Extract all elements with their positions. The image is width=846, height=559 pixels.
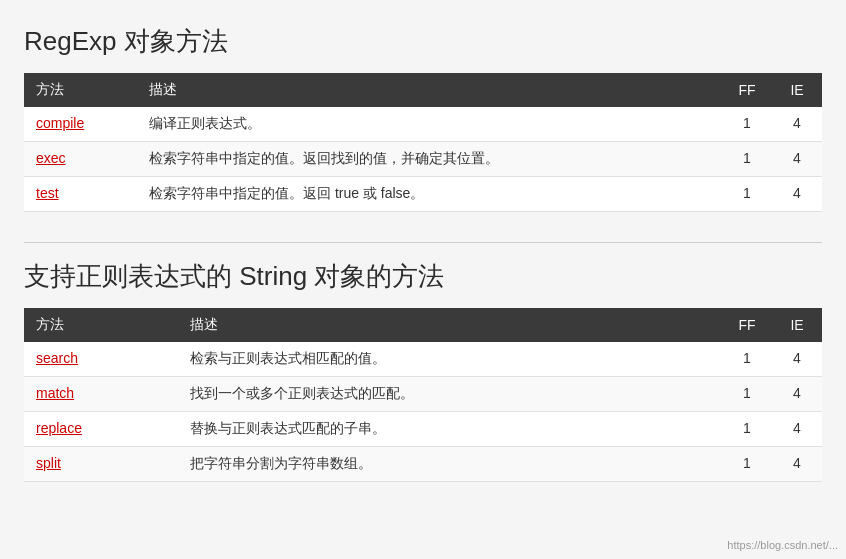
ff-cell: 1 xyxy=(722,107,772,142)
method-cell[interactable]: match xyxy=(24,377,178,412)
regexp-methods-table: 方法 描述 FF IE compile 编译正则表达式。 1 4 exec 检索… xyxy=(24,73,822,212)
table-row: split 把字符串分割为字符串数组。 1 4 xyxy=(24,447,822,482)
col2-method-header: 方法 xyxy=(24,308,178,342)
ff-cell: 1 xyxy=(722,177,772,212)
description-cell: 把字符串分割为字符串数组。 xyxy=(178,447,723,482)
table-row: test 检索字符串中指定的值。返回 true 或 false。 1 4 xyxy=(24,177,822,212)
method-link[interactable]: replace xyxy=(36,420,82,436)
ff-cell: 1 xyxy=(722,447,772,482)
ie-cell: 4 xyxy=(772,447,822,482)
ie-cell: 4 xyxy=(772,142,822,177)
description-cell: 找到一个或多个正则表达式的匹配。 xyxy=(178,377,723,412)
table2-body: search 检索与正则表达式相匹配的值。 1 4 match 找到一个或多个正… xyxy=(24,342,822,482)
table-row: compile 编译正则表达式。 1 4 xyxy=(24,107,822,142)
table-row: replace 替换与正则表达式匹配的子串。 1 4 xyxy=(24,412,822,447)
ff-cell: 1 xyxy=(722,342,772,377)
col2-description-header: 描述 xyxy=(178,308,723,342)
ff-cell: 1 xyxy=(722,412,772,447)
col-ff-header: FF xyxy=(722,73,772,107)
ie-cell: 4 xyxy=(772,377,822,412)
col2-ff-header: FF xyxy=(722,308,772,342)
description-cell: 替换与正则表达式匹配的子串。 xyxy=(178,412,723,447)
table1-body: compile 编译正则表达式。 1 4 exec 检索字符串中指定的值。返回找… xyxy=(24,107,822,212)
method-link[interactable]: compile xyxy=(36,115,84,131)
method-link[interactable]: exec xyxy=(36,150,66,166)
watermark: https://blog.csdn.net/... xyxy=(727,539,838,551)
ie-cell: 4 xyxy=(772,412,822,447)
method-cell[interactable]: split xyxy=(24,447,178,482)
description-cell: 检索字符串中指定的值。返回找到的值，并确定其位置。 xyxy=(137,142,722,177)
method-cell[interactable]: replace xyxy=(24,412,178,447)
method-link[interactable]: split xyxy=(36,455,61,471)
section2-title: 支持正则表达式的 String 对象的方法 xyxy=(24,259,822,294)
section1-title: RegExp 对象方法 xyxy=(24,24,822,59)
method-link[interactable]: match xyxy=(36,385,74,401)
table2-header: 方法 描述 FF IE xyxy=(24,308,822,342)
method-link[interactable]: search xyxy=(36,350,78,366)
col-method-header: 方法 xyxy=(24,73,137,107)
description-cell: 检索与正则表达式相匹配的值。 xyxy=(178,342,723,377)
ie-cell: 4 xyxy=(772,107,822,142)
ff-cell: 1 xyxy=(722,377,772,412)
col-ie-header: IE xyxy=(772,73,822,107)
section-divider-1 xyxy=(24,242,822,243)
description-cell: 检索字符串中指定的值。返回 true 或 false。 xyxy=(137,177,722,212)
method-link[interactable]: test xyxy=(36,185,59,201)
method-cell[interactable]: compile xyxy=(24,107,137,142)
table-row: match 找到一个或多个正则表达式的匹配。 1 4 xyxy=(24,377,822,412)
method-cell[interactable]: test xyxy=(24,177,137,212)
ie-cell: 4 xyxy=(772,177,822,212)
table-row: search 检索与正则表达式相匹配的值。 1 4 xyxy=(24,342,822,377)
method-cell[interactable]: exec xyxy=(24,142,137,177)
table1-header: 方法 描述 FF IE xyxy=(24,73,822,107)
table-row: exec 检索字符串中指定的值。返回找到的值，并确定其位置。 1 4 xyxy=(24,142,822,177)
ie-cell: 4 xyxy=(772,342,822,377)
string-methods-table: 方法 描述 FF IE search 检索与正则表达式相匹配的值。 1 4 ma… xyxy=(24,308,822,482)
method-cell[interactable]: search xyxy=(24,342,178,377)
col2-ie-header: IE xyxy=(772,308,822,342)
col-description-header: 描述 xyxy=(137,73,722,107)
description-cell: 编译正则表达式。 xyxy=(137,107,722,142)
ff-cell: 1 xyxy=(722,142,772,177)
